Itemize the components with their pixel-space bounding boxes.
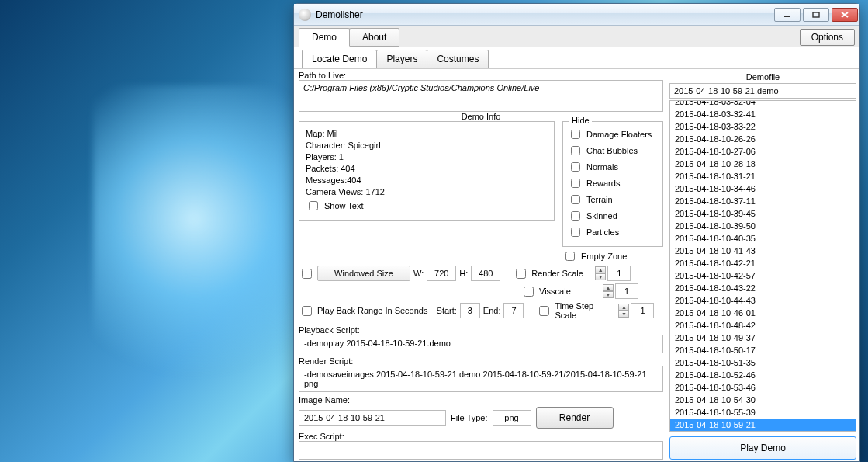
info-players: Players: 1 <box>306 152 548 162</box>
timestep-checkbox[interactable] <box>539 306 549 316</box>
list-item[interactable]: 2015-04-18-10-39-50 <box>670 220 856 232</box>
visscale-up[interactable]: ▲ <box>603 284 614 291</box>
h-input[interactable] <box>471 266 500 281</box>
start-label: Start: <box>437 306 457 315</box>
render-scale-up[interactable]: ▲ <box>595 266 606 273</box>
show-text-checkbox[interactable] <box>309 201 318 210</box>
list-item[interactable]: 2015-04-18-10-55-39 <box>670 406 856 419</box>
info-character: Character: Spicegirl <box>306 141 548 150</box>
demo-file-list[interactable]: 2015-04-18-03-31-592015-04-18-03-32-0420… <box>669 100 856 432</box>
app-icon <box>299 9 311 21</box>
hide-skinned-checkbox[interactable] <box>571 211 580 221</box>
list-item[interactable]: 2015-04-18-10-53-46 <box>670 381 856 394</box>
list-item[interactable]: 2015-04-18-10-42-21 <box>670 257 856 269</box>
exec-script-field[interactable] <box>299 441 663 460</box>
visscale-checkbox[interactable] <box>524 287 534 297</box>
list-item[interactable]: 2015-04-18-10-50-17 <box>670 344 856 356</box>
w-input[interactable] <box>427 266 456 281</box>
timestep-down[interactable]: ▼ <box>618 311 629 318</box>
list-item[interactable]: 2015-04-18-10-41-43 <box>670 245 856 257</box>
list-item[interactable]: 2015-04-18-10-28-18 <box>670 158 856 170</box>
path-label: Path to Live: <box>299 71 663 80</box>
list-item[interactable]: 2015-04-18-10-44-43 <box>670 294 856 307</box>
list-item[interactable]: 2015-04-18-10-42-57 <box>670 269 856 282</box>
start-input[interactable] <box>460 303 480 318</box>
list-item[interactable]: 2015-04-18-10-37-11 <box>670 195 856 207</box>
list-item[interactable]: 2015-04-18-10-51-35 <box>670 356 856 369</box>
tab-demo[interactable]: Demo <box>299 28 350 47</box>
subtab-costumes[interactable]: Costumes <box>427 50 489 68</box>
show-text-label: Show Text <box>324 201 364 210</box>
list-item[interactable]: 2015-04-18-03-32-41 <box>670 108 856 120</box>
list-item[interactable]: 2015-04-18-10-43-22 <box>670 282 856 294</box>
maximize-button[interactable] <box>803 8 829 22</box>
close-button[interactable] <box>832 8 858 22</box>
windowed-checkbox[interactable] <box>302 269 312 279</box>
timestep-input[interactable] <box>631 303 654 318</box>
play-demo-button[interactable]: Play Demo <box>669 436 856 460</box>
render-button[interactable]: Render <box>536 407 614 429</box>
demo-info-panel: Map: Mil Character: Spicegirl Players: 1… <box>299 121 555 221</box>
info-packets: Packets: 404 <box>306 164 548 173</box>
options-button[interactable]: Options <box>800 29 855 46</box>
visscale-down[interactable]: ▼ <box>603 291 614 298</box>
list-item[interactable]: 2015-04-18-10-39-45 <box>670 207 856 220</box>
titlebar[interactable]: Demolisher <box>294 4 859 26</box>
app-window: Demolisher Demo About Options Locate Dem… <box>293 3 860 462</box>
empty-zone-checkbox[interactable] <box>565 252 575 261</box>
render-scale-down[interactable]: ▼ <box>595 273 606 280</box>
hide-rewards-checkbox[interactable] <box>571 179 580 188</box>
render-script-label: Render Script: <box>299 356 663 366</box>
render-scale-label: Render Scale <box>531 269 592 278</box>
file-type-label: File Type: <box>451 413 488 422</box>
render-scale-checkbox[interactable] <box>516 269 526 279</box>
list-item[interactable]: 2015-04-18-10-27-06 <box>670 145 856 158</box>
demo-info-title: Demo Info <box>299 112 663 121</box>
list-item[interactable]: 2015-04-18-10-54-30 <box>670 394 856 406</box>
hide-particles-checkbox[interactable] <box>571 228 580 237</box>
hide-chat-bubbles-checkbox[interactable] <box>571 146 580 155</box>
minimize-button[interactable] <box>774 8 801 22</box>
playback-script-field[interactable]: -demoplay 2015-04-18-10-59-21.demo <box>299 335 663 353</box>
w-label: W: <box>413 269 424 278</box>
list-item[interactable]: 2015-04-18-10-34-46 <box>670 182 856 195</box>
subtab-players[interactable]: Players <box>376 50 427 68</box>
demofile-field[interactable]: 2015-04-18-10-59-21.demo <box>669 83 856 99</box>
path-field[interactable]: C:/Program Files (x86)/Cryptic Studios/C… <box>299 80 663 112</box>
tab-about[interactable]: About <box>349 28 399 47</box>
hide-group: Hide Damage Floaters Chat Bubbles Normal… <box>562 121 663 247</box>
hide-damage-floaters-checkbox[interactable] <box>571 130 580 139</box>
end-input[interactable] <box>503 303 524 318</box>
visscale-input[interactable] <box>615 283 638 299</box>
empty-zone-label: Empty Zone <box>581 252 627 261</box>
list-item[interactable]: 2015-04-18-10-26-26 <box>670 133 856 145</box>
list-item[interactable]: 2015-04-18-10-52-46 <box>670 369 856 381</box>
list-item[interactable]: 2015-04-18-10-48-42 <box>670 319 856 332</box>
exec-script-label: Exec Script: <box>299 432 663 441</box>
end-label: End: <box>483 306 501 315</box>
list-item[interactable]: 2015-04-18-10-59-21 <box>670 419 856 431</box>
render-script-field[interactable]: -demosaveimages 2015-04-18-10-59-21.demo… <box>299 366 663 392</box>
image-name-label: Image Name: <box>299 395 663 405</box>
image-name-input[interactable] <box>299 410 446 426</box>
file-type-input[interactable] <box>493 410 531 426</box>
list-item[interactable]: 2015-04-18-03-33-22 <box>670 120 856 133</box>
render-scale-input[interactable] <box>607 266 631 281</box>
h-label: H: <box>459 269 468 278</box>
subtab-locate-demo[interactable]: Locate Demo <box>302 50 376 68</box>
list-item[interactable]: 2015-04-18-10-31-21 <box>670 170 856 182</box>
hide-normals-checkbox[interactable] <box>571 162 580 172</box>
timestep-up[interactable]: ▲ <box>618 304 629 311</box>
windowed-size-button[interactable]: Windowed Size <box>317 266 410 281</box>
playback-script-label: Playback Script: <box>299 325 663 335</box>
list-item[interactable]: 2015-04-18-03-32-04 <box>670 100 856 108</box>
list-item[interactable]: 2015-04-18-10-46-01 <box>670 307 856 319</box>
svg-rect-1 <box>813 12 819 17</box>
playback-range-checkbox[interactable] <box>302 306 312 316</box>
demofile-label: Demofile <box>746 72 780 82</box>
list-item[interactable]: 2015-04-18-10-49-37 <box>670 332 856 344</box>
hide-legend: Hide <box>569 116 592 125</box>
visscale-label: Visscale <box>539 287 600 296</box>
hide-terrain-checkbox[interactable] <box>571 195 580 204</box>
list-item[interactable]: 2015-04-18-10-40-35 <box>670 232 856 245</box>
